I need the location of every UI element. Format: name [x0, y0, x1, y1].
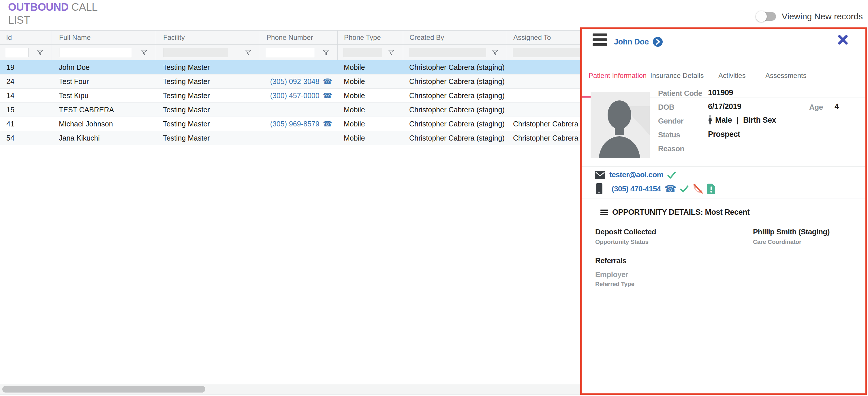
phone-row: (305) 470-4154 ☎ [596, 183, 715, 195]
filter-input-phone-number[interactable] [266, 48, 314, 57]
cell-phone-type: Mobile [337, 89, 403, 103]
phone-number-link[interactable]: (305) 470-4154 [612, 185, 661, 193]
email-link[interactable]: tester@aol.com [609, 170, 663, 179]
dob-value: 6/17/2019 [708, 102, 741, 111]
valid-icon [667, 171, 676, 179]
valid-icon [680, 185, 689, 193]
gender-label: Gender [658, 117, 683, 125]
tab-assessments[interactable]: Assessments [765, 72, 807, 80]
cell-full-name: John Doe [52, 61, 156, 74]
filter-cell-full-name [52, 45, 156, 60]
column-header-full-name[interactable]: Full Name [52, 31, 156, 45]
filter-cell-created-by [403, 45, 507, 60]
dob-label: DOB [658, 103, 674, 112]
cell-facility: Testing Master [156, 89, 260, 103]
care-coordinator-caption: Care Coordinator [753, 238, 801, 245]
viewing-new-records-toggle[interactable] [757, 12, 776, 21]
record-name[interactable]: John Doe [614, 37, 649, 47]
cell-created-by: Christopher Cabrera (staging) [403, 89, 507, 103]
phone-link[interactable]: (305) 092-3048 [270, 77, 319, 85]
column-header-created-by[interactable]: Created By [403, 31, 507, 45]
cell-phone: (305) 969-8579☎ [260, 117, 337, 131]
cell-id: 14 [0, 89, 52, 103]
opportunity-status-value: Deposit Collected [595, 227, 656, 236]
referred-type-label: Referred Type [595, 281, 634, 287]
cell-id: 54 [0, 131, 52, 145]
filter-input-full-name[interactable] [59, 48, 131, 57]
tab-insurance-details[interactable]: Insurance Details [650, 72, 704, 80]
column-header-id[interactable]: Id [0, 31, 52, 45]
patient-detail-panel: John Doe Patient Information Insurance D… [580, 27, 867, 395]
open-record-icon[interactable] [653, 37, 663, 47]
email-icon [595, 171, 605, 179]
patient-code-label: Patient Code [658, 89, 702, 98]
column-header-phone-type[interactable]: Phone Type [337, 31, 403, 45]
section-menu-icon[interactable] [600, 209, 608, 215]
cell-facility: Testing Master [156, 75, 260, 88]
cell-phone-type: Mobile [337, 61, 403, 74]
status-value: Prospect [708, 130, 740, 139]
toggle-label: Viewing New records [782, 11, 863, 21]
filter-icon[interactable] [322, 49, 329, 56]
reason-label: Reason [658, 144, 684, 153]
phone-link[interactable]: (305) 969-8579 [270, 120, 319, 128]
menu-icon[interactable] [593, 33, 607, 46]
scrollbar-thumb[interactable] [2, 386, 205, 393]
cell-created-by: Christopher Cabrera (staging) [403, 117, 507, 131]
birth-sex-label: Birth Sex [743, 116, 776, 125]
employer-label: Employer [595, 270, 628, 279]
divider [595, 267, 853, 267]
opportunity-status-caption: Opportunity Status [595, 238, 649, 245]
filter-icon[interactable] [141, 49, 148, 56]
opportunity-section-header: OPPORTUNITY DETAILS: Most Recent [600, 208, 750, 217]
filter-icon[interactable] [245, 49, 252, 56]
cell-full-name: Jana Kikuchi [52, 131, 156, 145]
cell-created-by: Christopher Cabrera (staging) [403, 61, 507, 74]
gender-value-row: Male | Birth Sex [708, 115, 776, 125]
cell-id: 19 [0, 61, 52, 74]
file-alert-icon[interactable] [707, 183, 715, 194]
status-label: Status [658, 131, 680, 139]
horizontal-scrollbar[interactable] [0, 384, 580, 395]
cell-id: 15 [0, 103, 52, 117]
avatar [591, 92, 650, 158]
phone-icon: ☎ [323, 119, 332, 128]
cell-created-by: Christopher Cabrera (staging) [403, 75, 507, 88]
column-header-phone-number[interactable]: Phone Number [260, 31, 337, 45]
filter-icon[interactable] [492, 49, 499, 56]
email-row: tester@aol.com [595, 170, 676, 179]
mobile-phone-icon [596, 183, 602, 194]
referrals-heading: Referrals [595, 256, 626, 265]
tab-activities[interactable]: Activities [718, 72, 746, 80]
age-label: Age [809, 103, 823, 112]
age-value: 4 [835, 102, 839, 111]
filter-icon[interactable] [388, 49, 395, 56]
call-phone-icon[interactable]: ☎ [664, 184, 677, 194]
cell-full-name: Test Kipu [52, 89, 156, 103]
care-coordinator-value: Phillip Smith (Staging) [753, 227, 830, 236]
divider [582, 199, 865, 199]
cell-facility: Testing Master [156, 117, 260, 131]
toggle-knob[interactable] [756, 11, 767, 22]
cell-id: 24 [0, 75, 52, 88]
cell-full-name: Test Four [52, 75, 156, 88]
do-not-call-icon[interactable] [692, 183, 704, 195]
filter-input-assigned-to [513, 48, 580, 57]
tab-patient-information[interactable]: Patient Information [589, 72, 647, 80]
page-title-line2: LIST [8, 13, 97, 27]
gender-value: Male [715, 116, 732, 125]
filter-cell-facility [156, 45, 260, 60]
filter-input-phone-type [343, 48, 382, 57]
cell-facility: Testing Master [156, 131, 260, 145]
patient-code-value: 101909 [708, 88, 733, 97]
column-header-facility[interactable]: Facility [156, 31, 260, 45]
view-toggle-group: Viewing New records [757, 11, 863, 21]
phone-icon: ☎ [323, 77, 332, 86]
record-name-link[interactable]: John Doe [614, 37, 663, 47]
filter-cell-phone-number [260, 45, 337, 60]
cell-full-name: TEST CABRERA [52, 103, 156, 117]
filter-icon[interactable] [37, 49, 43, 56]
filter-input-id[interactable] [6, 48, 29, 57]
phone-link[interactable]: (300) 457-0000 [270, 91, 319, 100]
close-icon[interactable] [837, 33, 849, 47]
